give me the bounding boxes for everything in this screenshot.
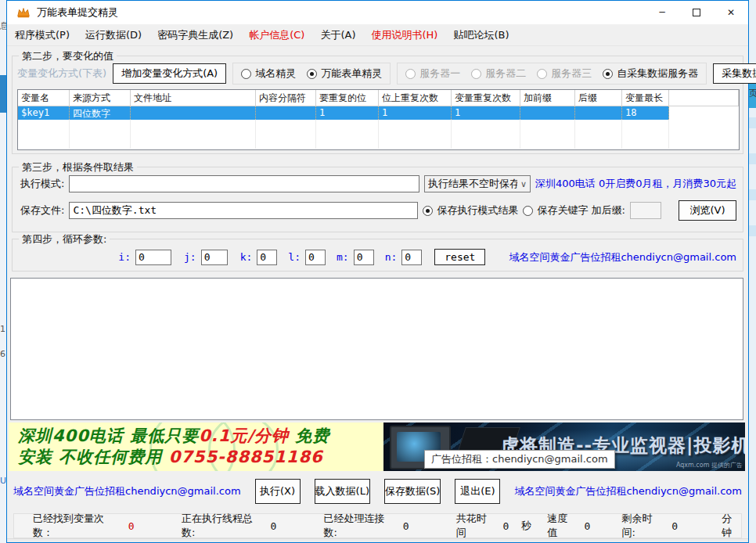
table-row[interactable]: $key1 四位数字 1 1 1 18 <box>18 106 739 120</box>
param-j-label: j: <box>184 251 196 263</box>
threads-label: 正在执行线程总数: <box>182 512 263 540</box>
wizard-type-radios: 域名精灵 万能表单精灵 <box>232 63 391 85</box>
title-bar[interactable]: 万能表单提交精灵 ─ ✕ <box>7 1 748 24</box>
col-header[interactable]: 后缀 <box>575 90 622 106</box>
radio-server-3[interactable]: 服务器三 <box>537 67 592 81</box>
menu-password-dict[interactable]: 密码字典生成(Z) <box>157 28 233 42</box>
exit-button[interactable]: 退出(E) <box>455 479 500 504</box>
radio-label: 服务器一 <box>419 67 460 81</box>
radio-save-exec-result[interactable]: 保存执行模式结果 <box>423 203 518 218</box>
step2-group: 第二步，要变化的值 变量变化方式(下表) 增加变量变化方式(A) 域名精灵 万能… <box>12 56 743 154</box>
banner-ad-left[interactable]: 深圳400电话 最低只要0.1元/分钟 免费 安装 不收任何费用 0755-88… <box>9 423 383 471</box>
keyword-suffix-input[interactable] <box>630 202 661 219</box>
menu-run-data[interactable]: 运行数据(D) <box>85 28 142 42</box>
param-m-input[interactable] <box>354 250 374 265</box>
col-header[interactable]: 变量重复次数 <box>452 90 520 106</box>
radio-label: 服务器二 <box>485 67 526 81</box>
col-header[interactable]: 变量最长 <box>622 90 669 106</box>
ad-link-domain-left[interactable]: 域名空间黄金广告位招租chendiycn@gmail.com <box>13 484 241 498</box>
col-header-filler <box>669 90 739 106</box>
close-button[interactable]: ✕ <box>714 1 748 24</box>
step4-group: 第四步，循环参数: i: j: k: l: m: n: reset 域名空间黄金… <box>12 239 743 272</box>
banner-right-tooltip: 广告位招租：chendiycn@gmail.com <box>424 450 615 469</box>
server-radios: 服务器一 服务器二 服务器三 自采集数据服务器 <box>397 63 707 85</box>
step4-group-title: 第四步，循环参数: <box>19 232 110 246</box>
reset-button[interactable]: reset <box>434 249 485 265</box>
add-variable-method-button[interactable]: 增加变量变化方式(A) <box>113 63 226 84</box>
col-header[interactable]: 加前缀 <box>520 90 575 106</box>
param-i-label: i: <box>118 251 131 263</box>
radio-checked-icon <box>307 69 317 79</box>
variables-table[interactable]: 变量名 来源方式 文件地址 内容分隔符 要重复的位 位上重复次数 变量重复次数 … <box>17 89 740 150</box>
save-file-input[interactable] <box>69 202 418 219</box>
background-fragment: 息 <box>0 20 6 32</box>
radio-save-keyword[interactable]: 保存关键字 加后缀: <box>523 203 625 218</box>
col-header[interactable]: 要重复的位 <box>316 90 379 106</box>
collect-data-button[interactable]: 采集数据(C) <box>713 63 756 84</box>
browse-button[interactable]: 浏览(V) <box>679 200 736 221</box>
step3-group: 第三步，根据条件取结果 执行模式: 执行结果不空时保存 ∨ 深圳400电话 0开… <box>12 167 743 232</box>
param-k-input[interactable] <box>257 250 277 265</box>
output-textarea[interactable] <box>10 278 743 420</box>
table-empty-area[interactable] <box>18 120 739 149</box>
cell-prefix <box>520 106 575 120</box>
maximize-button[interactable] <box>679 1 714 24</box>
background-row <box>749 225 756 236</box>
app-window: 万能表单提交精灵 ─ ✕ 程序模式(P) 运行数据(D) 密码字典生成(Z) 帐… <box>6 0 749 543</box>
ad-link-400phone[interactable]: 深圳400电话 0开启费0月租，月消费30元起 <box>535 177 736 191</box>
cell-file-path <box>131 106 256 120</box>
menu-forum[interactable]: 贴吧论坛(B) <box>453 28 509 42</box>
execute-button[interactable]: 执行(X) <box>255 479 301 504</box>
cell-variable-name: $key1 <box>18 106 70 120</box>
radio-icon <box>537 69 547 79</box>
banner-left-line1: 深圳400电话 最低只要0.1元/分钟 免费 <box>18 426 383 447</box>
col-header[interactable]: 文件地址 <box>131 90 256 106</box>
radio-icon <box>523 206 533 216</box>
param-l-label: l: <box>288 251 301 263</box>
exec-mode-label: 执行模式: <box>20 177 64 191</box>
save-data-button[interactable]: 保存数据(S) <box>384 479 441 504</box>
minimize-button[interactable]: ─ <box>645 1 679 24</box>
col-header[interactable]: 来源方式 <box>70 90 131 106</box>
param-l-input[interactable] <box>305 250 326 265</box>
radio-domain-wizard[interactable]: 域名精灵 <box>241 67 296 81</box>
radio-server-1[interactable]: 服务器一 <box>405 67 460 81</box>
menu-manual[interactable]: 使用说明书(H) <box>371 28 437 42</box>
action-row: 域名空间黄金广告位招租chendiycn@gmail.com 执行(X) 载入数… <box>13 474 742 509</box>
radio-server-2[interactable]: 服务器二 <box>471 67 526 81</box>
param-j-input[interactable] <box>201 250 228 265</box>
load-data-button[interactable]: 载入数据(L) <box>315 479 370 504</box>
radio-form-wizard[interactable]: 万能表单精灵 <box>307 67 382 81</box>
menu-program-mode[interactable]: 程序模式(P) <box>15 28 70 42</box>
col-header[interactable]: 内容分隔符 <box>256 90 316 106</box>
threads-value: 0 <box>270 520 276 532</box>
found-count-label: 已经找到变量次数： <box>33 512 121 540</box>
background-block <box>0 75 6 113</box>
menu-account-info[interactable]: 帐户信息(C) <box>249 28 304 42</box>
speed-label: 速度值 <box>547 512 576 540</box>
param-i-input[interactable] <box>135 250 171 265</box>
background-row <box>749 117 756 128</box>
connections-value: 0 <box>403 520 409 532</box>
cell-separator <box>256 106 316 120</box>
radio-checked-icon <box>423 206 433 216</box>
radio-self-collect-server[interactable]: 自采集数据服务器 <box>603 67 698 81</box>
remain-unit: 分钟 <box>722 512 741 540</box>
chevron-down-icon: ∨ <box>520 179 527 189</box>
param-n-input[interactable] <box>401 250 422 265</box>
col-header[interactable]: 位上重复次数 <box>379 90 452 106</box>
remain-label: 剩余时间: <box>621 512 664 540</box>
menu-about[interactable]: 关于(A) <box>320 28 355 42</box>
exec-mode-input[interactable] <box>69 175 419 192</box>
cell-digit-repeat-count: 1 <box>379 106 452 120</box>
banner-ad-right[interactable]: 虎将制造--专业监视器|投影机厂家 广告位招租：chendiycn@gmail.… <box>383 423 745 471</box>
cell-variable-repeat-count: 1 <box>452 106 520 120</box>
banner-right-credit: Aqxm.com 提供的广告 <box>676 461 743 469</box>
save-condition-dropdown[interactable]: 执行结果不空时保存 ∨ <box>424 175 531 192</box>
banner-left-line2: 安装 不收任何费用 0755-88851186 <box>18 447 383 468</box>
background-fragment: 页 <box>749 88 756 99</box>
radio-icon <box>241 69 251 79</box>
col-header[interactable]: 变量名 <box>18 90 70 106</box>
ad-link-domain-right[interactable]: 域名空间黄金广告位招租chendiycn@gmail.com <box>514 484 742 498</box>
ad-link-domain-step4[interactable]: 域名空间黄金广告位招租chendiycn@gmail.com <box>509 250 736 264</box>
